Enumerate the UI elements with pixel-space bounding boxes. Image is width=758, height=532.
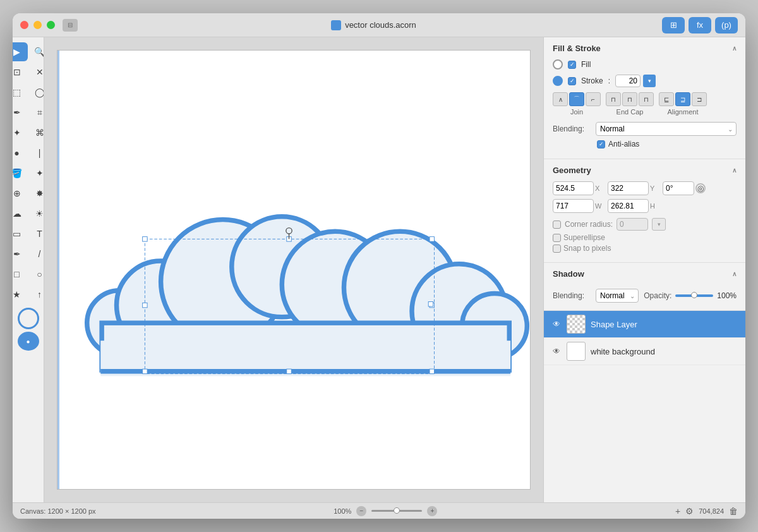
endcap-round-btn[interactable]: ⊓: [622, 92, 637, 106]
stamp-tool[interactable]: ⊕: [13, 184, 28, 203]
rect-select-tool[interactable]: ⬚: [13, 83, 28, 102]
h-input[interactable]: [608, 199, 649, 213]
delete-button[interactable]: 🗑: [729, 506, 738, 516]
x-input[interactable]: [553, 181, 594, 195]
fill-checkbox[interactable]: ✓: [568, 61, 576, 69]
y-input[interactable]: [608, 181, 649, 195]
line-tool[interactable]: /: [29, 245, 45, 263]
endcap-butt-btn[interactable]: ⊓: [606, 92, 621, 106]
minimize-button[interactable]: [33, 21, 42, 29]
magic-lasso-tool[interactable]: ⌗: [29, 103, 45, 122]
stroke-value-input[interactable]: [615, 75, 641, 87]
fx-button[interactable]: fx: [689, 17, 711, 33]
zoom-in-button[interactable]: +: [427, 506, 437, 516]
p-button[interactable]: (p): [715, 17, 738, 33]
clone-tool[interactable]: ✦: [29, 164, 45, 183]
stroke-dropdown[interactable]: ▾: [643, 75, 656, 87]
endcap-square-btn[interactable]: ⊓: [639, 92, 654, 106]
corner-radius-label: Corner radius:: [565, 220, 613, 229]
magic-wand2-tool[interactable]: ⌘: [29, 123, 45, 142]
sun-tool[interactable]: ☀: [29, 204, 45, 223]
star-tool[interactable]: ★: [13, 285, 28, 304]
file-icon: [331, 20, 341, 30]
layer-row[interactable]: 👁Shape Layer: [544, 311, 745, 338]
add-layer-button[interactable]: +: [675, 506, 680, 516]
align-inside-btn[interactable]: ⊑: [659, 92, 674, 106]
vector-pen-tool[interactable]: ✒: [13, 245, 28, 263]
close-button[interactable]: [20, 21, 28, 29]
transform-tool[interactable]: ✕: [29, 63, 45, 82]
corner-radius-checkbox[interactable]: [553, 221, 561, 229]
join-round-btn[interactable]: ⌒: [569, 92, 584, 106]
fill-stroke-header[interactable]: Fill & Stroke ∧: [544, 37, 745, 59]
magic-wand-tool[interactable]: ✦: [13, 123, 28, 142]
snap-pixels-checkbox[interactable]: [553, 245, 561, 253]
tools-panel-button[interactable]: ⊞: [662, 17, 685, 33]
snap-pixels-row: Snap to pixels: [553, 244, 737, 253]
select-tool[interactable]: ▶: [13, 42, 28, 61]
zoom-out-button[interactable]: −: [356, 506, 366, 516]
statusbar-center: 100% − +: [104, 506, 668, 516]
rect-vector-tool[interactable]: □: [13, 265, 28, 284]
stroke-checkbox[interactable]: ✓: [568, 77, 576, 85]
shadow-section: Shadow ∧ Blending: Normal Multiply: [544, 263, 745, 311]
align-center-btn[interactable]: ⊒: [675, 92, 690, 106]
corner-radius-input[interactable]: [617, 218, 648, 231]
circle-vector-tool[interactable]: ○: [29, 265, 45, 284]
layer-name: Shape Layer: [591, 320, 738, 329]
rect-shape-tool[interactable]: ▭: [13, 224, 28, 243]
blending-select[interactable]: Normal Multiply Screen: [596, 122, 737, 136]
deg-input[interactable]: [663, 181, 694, 195]
join-endcap-row: ∧ ⌒ ⌐ Join ⊓ ⊓ ⊓ End: [553, 92, 737, 116]
opacity-slider[interactable]: [675, 294, 713, 297]
geometry-header[interactable]: Geometry ∧: [544, 159, 745, 181]
layer-row[interactable]: 👁white background: [544, 338, 745, 365]
x-label: X: [595, 184, 603, 192]
deg-dial[interactable]: ◎: [695, 183, 706, 193]
corner-dropdown[interactable]: ▾: [652, 218, 666, 231]
layer-visibility-toggle[interactable]: 👁: [551, 346, 562, 356]
opacity-row: Opacity: 100%: [644, 291, 737, 300]
text-tool[interactable]: T: [29, 224, 45, 243]
stroke-row: ✓ Stroke: ▾: [553, 75, 737, 87]
sidebar-toggle[interactable]: ⊟: [63, 19, 78, 32]
h-input-wrap: H: [608, 199, 658, 213]
color-center-tool[interactable]: ●: [18, 332, 39, 351]
retouch-tool[interactable]: ✸: [29, 184, 45, 203]
join-miter-btn[interactable]: ∧: [553, 92, 568, 106]
fullscreen-button[interactable]: [47, 21, 55, 29]
canvas[interactable]: [57, 50, 531, 490]
shadow-blending-select-wrap: Normal Multiply: [596, 289, 639, 303]
corner-radius-row: Corner radius: ▾: [553, 218, 737, 231]
crop-tool[interactable]: ⊡: [13, 63, 28, 82]
geometry-title: Geometry: [553, 166, 591, 175]
shadow-header[interactable]: Shadow ∧: [544, 263, 745, 285]
w-input[interactable]: [553, 199, 594, 213]
large-circle-tool[interactable]: [18, 308, 39, 329]
y-label: Y: [650, 184, 658, 192]
superellipse-checkbox[interactable]: [553, 234, 561, 242]
filename-display: vector clouds.acorn: [85, 20, 662, 30]
paint-bucket-tool[interactable]: 🪣: [13, 164, 28, 183]
cloud-shape-tool[interactable]: ☁: [13, 204, 28, 223]
shadow-blending-select[interactable]: Normal Multiply: [596, 289, 639, 303]
stroke-radio[interactable]: [553, 76, 563, 86]
canvas-area[interactable]: [44, 37, 543, 502]
zoom-slider[interactable]: [371, 510, 422, 512]
layers-list: 👁Shape Layer👁white background: [544, 311, 745, 365]
zoom-tool[interactable]: 🔍: [29, 42, 45, 61]
color-left-tool[interactable]: ◐: [13, 332, 16, 351]
gear-button[interactable]: ⚙: [685, 506, 694, 516]
arrow-tool[interactable]: ↑: [29, 285, 45, 304]
fill-radio[interactable]: [553, 59, 563, 70]
lasso-tool[interactable]: ✒: [13, 103, 28, 122]
sidebar-toggle-icon: ⊟: [68, 21, 73, 28]
join-bevel-btn[interactable]: ⌐: [586, 92, 601, 106]
pen2-tool[interactable]: |: [29, 143, 45, 162]
pen-tool[interactable]: ●: [13, 143, 28, 162]
x-input-wrap: X: [553, 181, 603, 195]
ellipse-select-tool[interactable]: ◯: [29, 83, 45, 102]
align-outside-btn[interactable]: ⊐: [692, 92, 707, 106]
layer-visibility-toggle[interactable]: 👁: [551, 319, 562, 329]
antialias-checkbox[interactable]: ✓: [597, 140, 605, 148]
